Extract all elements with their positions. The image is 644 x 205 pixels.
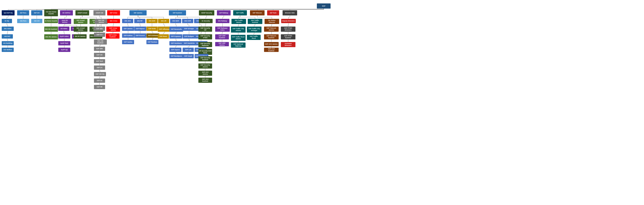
node-igp_jammu[interactable]: IGP Jammu <box>130 10 146 16</box>
node-ssp_cli[interactable]: SSP CLI <box>94 32 105 37</box>
node-dig_rp[interactable]: DIG RP <box>134 19 146 23</box>
node-ssp_kathua[interactable]: SSP Kathua <box>122 34 134 38</box>
node-aig_pnt[interactable]: AIG P&T <box>2 34 13 38</box>
node-adgp_security[interactable]: ADGP Security <box>199 10 214 16</box>
node-ssp_baramulla[interactable]: SSP Baramulla <box>170 26 183 32</box>
node-deputy_directors[interactable]: Deputy Directors <box>281 19 296 23</box>
node-ssp_security_jammu[interactable]: SSP Security Jammu <box>198 64 212 68</box>
node-ig_security[interactable]: IG Security <box>199 19 212 23</box>
node-co_gen_home_guards[interactable]: CO Gen Home Guards <box>44 10 58 16</box>
node-ssp_security_stws[interactable]: SSP Security STWS <box>198 34 212 40</box>
node-ssp_grp_kashmir[interactable]: SSP GRP Kashmir <box>215 34 229 40</box>
node-ig_hq[interactable]: IG HQ <box>2 19 12 23</box>
node-dig_cid_kashmir[interactable]: DIG CID Kashmir <box>94 40 107 44</box>
node-igp_armed_jammu[interactable]: IGP Armed Jammu <box>74 19 88 24</box>
node-ssp_cid_hq[interactable]: SSP CID HQ <box>94 72 106 76</box>
node-dig_armed_jammu[interactable]: DIG Armed Jammu <box>74 26 88 32</box>
node-aig_civ[interactable]: AIG CIV <box>31 19 42 23</box>
node-ssp_crime_jammu[interactable]: SSP Crime Jammu <box>106 26 120 32</box>
node-ssp_ramban[interactable]: SSP Ramban <box>146 40 158 44</box>
node-ssp_leh[interactable]: SSP Leh <box>182 48 194 52</box>
node-dgp[interactable]: DGP <box>317 4 330 8</box>
node-director_ssg[interactable]: Director SSG <box>282 10 297 16</box>
node-ssp_telecom_kashmir[interactable]: SSP Telecom Kashmir <box>264 34 278 40</box>
node-ssp_hr[interactable]: SSP HR <box>94 85 105 89</box>
node-dir_police_telecom[interactable]: Dir Police Telecom <box>264 19 279 24</box>
node-ssp_tech[interactable]: SSP Tech <box>94 59 105 64</box>
node-spl_dgp_hq[interactable]: Spl DGP HQ <box>2 10 14 16</box>
node-ssp_national_highway[interactable]: SSP National Highway <box>231 42 246 48</box>
node-adgp_armed[interactable]: ADGP Armed <box>76 10 89 16</box>
node-igp_civ[interactable]: IGP CIV <box>31 10 42 16</box>
node-ssp_ss[interactable]: SSP SS <box>94 78 105 83</box>
node-dig_hg_kashmir[interactable]: DIG HG Kashmir <box>44 26 58 32</box>
node-igp_crime[interactable]: IGP Crime <box>107 10 120 16</box>
node-dig_railway[interactable]: DIG Railway <box>216 19 230 23</box>
node-dig_nkr[interactable]: DIG NKR <box>170 19 181 23</box>
node-dig_crime[interactable]: DIG Crime <box>107 19 120 23</box>
node-ssp_telecom_jammu[interactable]: SSP Telecom Jammu <box>264 26 278 32</box>
node-ssp_crime_kashmir[interactable]: SSP Crime Kashmir <box>106 34 120 38</box>
node-ssp_ganderbal[interactable]: SSP Ganderbal <box>182 41 196 46</box>
node-ssp_traffic_rural_jammu[interactable]: SSP Traffic Rural Jammu <box>231 35 246 41</box>
node-ssp_reasi[interactable]: SSP Reasi <box>158 34 169 38</box>
node-ig_home_guards[interactable]: IG Home Guards <box>44 19 58 23</box>
node-dig_hg_jammu[interactable]: DIG HG Jammu <box>44 34 58 40</box>
node-ssp_ahj_jammu[interactable]: SSP AHJ Jammu <box>198 70 212 76</box>
node-ssp_samba[interactable]: SSP Samba <box>122 40 134 44</box>
node-ssp_kupwara[interactable]: SSP Kupwara <box>170 34 182 38</box>
node-aig_pers[interactable]: AIG Pers <box>17 19 29 23</box>
node-ssp_sopore[interactable]: SSP Sopore <box>170 48 182 52</box>
node-ssp_traffic_rural[interactable]: SSP Traffic Rural <box>247 35 260 40</box>
node-ssp_jammu[interactable]: SSP Jammu <box>122 26 134 31</box>
node-ssp_srinagar[interactable]: SSP Srinagar <box>182 26 196 31</box>
node-dig_traffic_kashmir[interactable]: DIG Traffic Kashmir <box>248 19 262 24</box>
node-assistant_directors[interactable]: Assistant Directors <box>281 42 296 47</box>
node-igp_railway[interactable]: IGP Railway <box>217 10 230 16</box>
node-dir_skpau[interactable]: Dir SKPAU <box>60 10 73 16</box>
node-ssp_security_rajhavan[interactable]: SSP Security Rajhavan <box>198 42 212 47</box>
node-dig_ir_jammu[interactable]: DIG IR Jammu <box>74 34 86 38</box>
node-ssp_kargil[interactable]: SSP Kargil <box>182 54 194 58</box>
node-igp_telecom[interactable]: IGP Telecom <box>250 10 264 16</box>
node-ssp_ahj_kashmir[interactable]: SSP AHJ Kashmir <box>198 78 212 83</box>
node-dig_traffic_jammu[interactable]: DIG Traffic Jammu <box>232 19 246 24</box>
node-ssp_rajouri[interactable]: SSP Rajouri <box>134 26 146 31</box>
node-dig_cid_jammu[interactable]: DIG CID Jammu <box>95 19 108 24</box>
node-adgp_cid[interactable]: ADGP CID <box>94 10 106 16</box>
node-igp_pers[interactable]: IGP Pers <box>17 10 29 16</box>
node-ssp_handwara[interactable]: SSP Handwara <box>170 41 183 46</box>
node-ssp_security_kashmir[interactable]: SSP Security Kashmir <box>198 56 212 61</box>
node-dysp_rnd[interactable]: DySP R&D <box>58 41 70 46</box>
node-dysp_admn[interactable]: DySP Admn <box>58 34 70 38</box>
node-ssp_acs_jammu[interactable]: SSP ACS Jammu <box>264 42 278 46</box>
node-aig_welfare[interactable]: AIG Welfare <box>2 48 14 52</box>
node-ssp_bandipora[interactable]: SSP Bandipora <box>170 54 183 58</box>
node-ssp_ptws_kashmir[interactable]: SSP PTWS Kashmir <box>281 34 296 40</box>
node-ssp_ptws_directors[interactable]: SSP PTWS Directors <box>281 26 296 32</box>
node-ssp_railways_katra[interactable]: SSP Railways Katra <box>215 26 230 32</box>
node-ssp_acs_kashmir[interactable]: SSP ACS Kashmir <box>264 48 278 52</box>
node-dig_admn[interactable]: DIG Admn <box>2 26 14 31</box>
node-aig_building[interactable]: AIG Building <box>2 41 14 46</box>
node-igp_tech[interactable]: IGP Tech <box>267 10 279 16</box>
node-joint_dir_skpau[interactable]: Joint Dir SKPAU <box>58 19 71 24</box>
node-ssp_sbj[interactable]: SSP SBJ <box>94 26 105 31</box>
node-ssp_traffic_city_jammu[interactable]: SSP Traffic City Jammu <box>231 26 246 32</box>
node-igp_traffic[interactable]: IGP Traffic <box>233 10 247 16</box>
node-dig_ur[interactable]: DIG UR <box>158 19 169 23</box>
node-dig_ckr[interactable]: DIG CKR <box>182 19 193 23</box>
node-ssp_a[interactable]: SSP (A) <box>94 66 105 70</box>
node-dig_jks[interactable]: DIG JKS <box>122 19 133 23</box>
node-ssp_budgam[interactable]: SSP Budgam <box>182 34 196 38</box>
node-ssp_doda[interactable]: SSP Doda <box>146 26 158 31</box>
node-igp_kashmir[interactable]: IGP Kashmir <box>169 10 186 16</box>
node-ssp_traffic_city_srinagar[interactable]: SSP Traffic City Srinagar <box>247 26 262 32</box>
node-dysp_q[interactable]: DySP (Q) <box>58 48 70 52</box>
node-ssp_kishtwar[interactable]: SSP Kishtwar <box>146 34 159 38</box>
node-ssp_sbk[interactable]: SSP SBK <box>94 46 105 51</box>
node-ad_admn[interactable]: AD Admn <box>58 26 70 31</box>
node-ssp_security_vip[interactable]: SSP Security VIP <box>198 26 212 32</box>
node-dig_dkr[interactable]: DIG DKR <box>146 19 158 23</box>
node-ssp_poonch[interactable]: SSP Poonch <box>134 34 146 38</box>
